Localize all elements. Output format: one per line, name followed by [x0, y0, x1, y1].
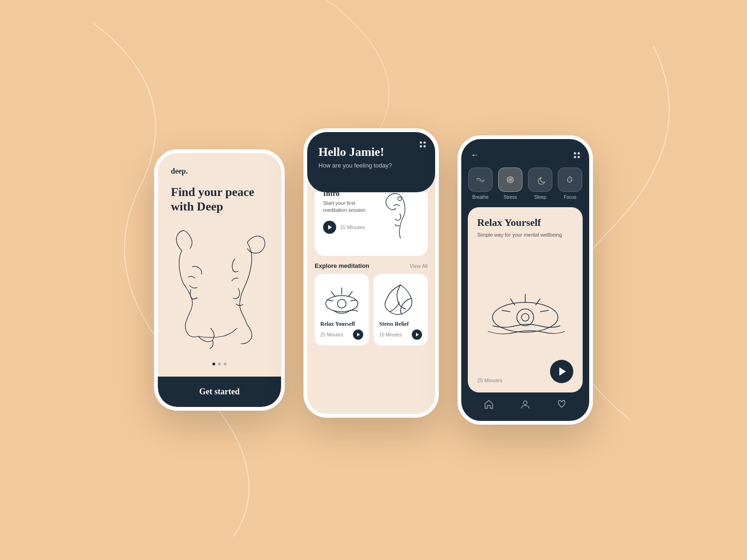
explore-card-stress: Stress Relief 10 Minutes — [374, 274, 428, 345]
svg-point-12 — [517, 309, 534, 326]
explore-card-relax: Relax Yourself 25 Minutes — [315, 274, 369, 345]
category-breathe[interactable]: Breathe — [468, 168, 493, 200]
svg-line-15 — [510, 299, 515, 305]
player-nav — [461, 392, 589, 421]
category-focus[interactable]: Focus — [558, 168, 582, 200]
menu-dot-1 — [574, 152, 576, 154]
stress-category-label: Stress — [504, 195, 517, 200]
explore-card-title-stress: Stress Relief — [379, 321, 422, 328]
sleep-icon-box — [528, 168, 552, 192]
svg-line-5 — [348, 291, 352, 297]
stress-play-button[interactable] — [412, 329, 422, 340]
focus-icon-box — [558, 168, 582, 192]
featured-card: Intro Start your first meditation sessio… — [315, 192, 428, 256]
stress-play-icon — [416, 333, 419, 336]
explore-card-footer-relax: 25 Minutes — [320, 329, 363, 340]
home-body: Intro Start your first meditation sessio… — [307, 192, 435, 414]
svg-line-16 — [536, 299, 540, 305]
svg-point-19 — [523, 401, 527, 405]
phone-player: ← Breathe — [458, 135, 593, 425]
get-started-button[interactable]: Get started — [199, 387, 240, 397]
featured-face-svg — [377, 192, 419, 245]
onboarding-dots — [158, 357, 281, 371]
player-art-svg — [479, 271, 572, 345]
dot-1 — [212, 363, 215, 365]
greeting-subtitle: How are you feeling today? — [318, 162, 424, 169]
phone1-footer: Get started — [158, 377, 281, 407]
grid-icon[interactable] — [420, 141, 426, 147]
breathe-icon-box — [468, 168, 493, 192]
nav-profile-icon[interactable] — [520, 399, 530, 412]
player-header: ← — [461, 139, 589, 168]
relax-play-icon — [357, 333, 360, 336]
grid-dot-3 — [420, 145, 422, 147]
dot-3 — [224, 363, 226, 365]
explore-card-footer-stress: 10 Minutes — [379, 329, 422, 340]
player-play-button[interactable] — [550, 360, 573, 383]
stress-category-icon — [504, 174, 516, 186]
greeting-title: Hello Jamie! — [318, 145, 424, 159]
home-header: Hello Jamie! How are you feeling today? — [307, 132, 435, 192]
app-logo: deep. — [171, 167, 268, 175]
sleep-label: Sleep — [534, 195, 546, 200]
featured-play-button[interactable] — [323, 221, 336, 234]
explore-cards: Relax Yourself 25 Minutes — [315, 274, 428, 345]
stress-svg — [379, 280, 422, 317]
featured-tag: Intro — [323, 192, 373, 198]
sleep-icon — [534, 174, 546, 186]
grid-dot-2 — [423, 141, 426, 144]
svg-line-6 — [327, 300, 333, 301]
svg-point-10 — [510, 179, 511, 180]
svg-point-1 — [326, 295, 358, 312]
back-button[interactable]: ← — [471, 150, 479, 160]
svg-line-17 — [502, 310, 510, 312]
phone-onboarding: deep. Find your peace with Deep — [154, 149, 285, 411]
svg-point-13 — [521, 314, 529, 321]
featured-card-text: Intro Start your first meditation sessio… — [323, 192, 373, 247]
explore-card-title-relax: Relax Yourself — [320, 321, 363, 328]
player-art — [477, 243, 573, 373]
menu-dot-4 — [578, 156, 580, 158]
menu-dot-3 — [574, 156, 576, 158]
relax-duration: 25 Minutes — [320, 332, 343, 337]
hero-title: Find your peace with Deep — [171, 185, 268, 214]
phone-home: Hello Jamie! How are you feeling today? … — [303, 128, 439, 418]
phones-container: deep. Find your peace with Deep — [154, 135, 593, 425]
explore-title: Explore meditation — [315, 262, 369, 269]
svg-point-0 — [398, 197, 402, 201]
category-stress[interactable]: Stress — [498, 168, 522, 200]
player-play-icon — [559, 367, 566, 376]
explore-header: Explore meditation View All — [315, 262, 428, 269]
play-triangle-icon — [328, 225, 332, 230]
player-card: Relax Yourself Simple way for your menta… — [468, 207, 583, 392]
player-title: Relax Yourself — [477, 217, 573, 229]
relax-art — [320, 280, 363, 317]
svg-line-4 — [331, 291, 335, 297]
svg-point-11 — [493, 302, 558, 332]
nav-favorites-icon[interactable] — [557, 399, 567, 412]
featured-play-row: 15 Minutes — [323, 221, 373, 234]
grid-dot-4 — [423, 145, 426, 147]
dot-2 — [218, 363, 221, 365]
category-sleep[interactable]: Sleep — [528, 168, 552, 200]
category-row: Breathe Stress Sleep — [461, 168, 589, 207]
breathe-icon — [474, 174, 486, 186]
player-desc: Simple way for your mental wellbeing — [477, 231, 573, 238]
stress-duration: 10 Minutes — [379, 332, 402, 337]
svg-point-2 — [338, 299, 346, 308]
focus-icon — [564, 174, 576, 186]
phone1-content: deep. Find your peace with Deep — [158, 153, 281, 377]
menu-dot-2 — [578, 152, 580, 154]
svg-line-7 — [350, 300, 357, 301]
view-all-link[interactable]: View All — [410, 263, 428, 269]
stress-art — [379, 280, 422, 317]
featured-desc: Start your first meditation session — [323, 200, 373, 214]
featured-duration: 15 Minutes — [340, 224, 365, 230]
stress-icon-box — [498, 168, 522, 192]
relax-play-button[interactable] — [353, 329, 363, 340]
relax-svg — [320, 280, 363, 317]
breathe-label: Breathe — [472, 195, 488, 200]
face-illustration — [158, 218, 281, 349]
menu-icon[interactable] — [574, 152, 580, 158]
nav-home-icon[interactable] — [484, 399, 494, 412]
